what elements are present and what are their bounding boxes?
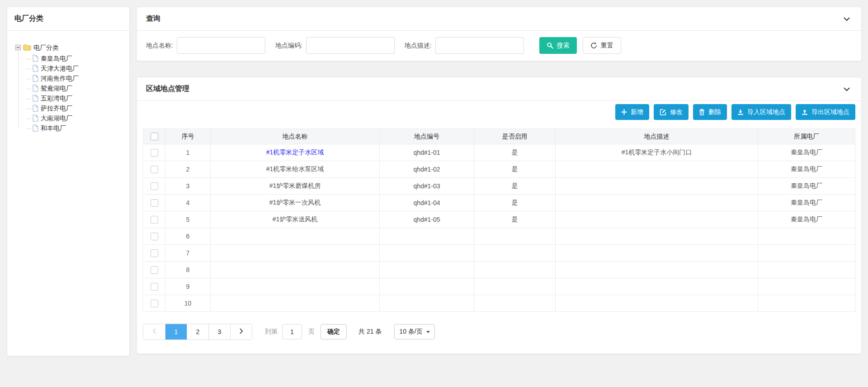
- file-icon: [33, 85, 38, 93]
- query-panel: 查询 地点名称: 地点编码: 地点描述:: [137, 7, 862, 61]
- query-collapse-button[interactable]: [841, 15, 852, 23]
- column-header: 地点名称: [211, 129, 380, 144]
- row-enabled: [474, 262, 556, 278]
- edit-icon: [660, 109, 666, 115]
- file-icon: [33, 115, 38, 123]
- row-checkbox[interactable]: [151, 149, 158, 157]
- tree-item-plant[interactable]: 和丰电厂: [26, 124, 125, 134]
- export-button[interactable]: 导出区域地点: [796, 104, 855, 120]
- row-name: #1炉零米一次风机: [211, 195, 380, 211]
- row-seq: 5: [165, 211, 211, 228]
- location-name-label: 地点名称:: [146, 42, 173, 50]
- query-header: 查询: [137, 7, 861, 31]
- caret-down-icon: [426, 331, 430, 333]
- upload-icon: [802, 109, 808, 115]
- row-code: qhd#1-01: [380, 144, 474, 161]
- row-plant: 秦皇岛电厂: [758, 178, 855, 195]
- row-name: [211, 245, 380, 262]
- pager-page-2[interactable]: 2: [187, 324, 208, 339]
- row-enabled: 是: [474, 195, 556, 211]
- chevron-down-icon: [843, 16, 850, 23]
- tree-item-plant[interactable]: 鸳鸯湖电厂: [26, 84, 125, 94]
- row-enabled: 是: [474, 144, 556, 161]
- chevron-down-icon: [843, 86, 850, 93]
- row-plant: [758, 262, 855, 278]
- confirm-button[interactable]: 确定: [321, 324, 347, 339]
- row-checkbox[interactable]: [151, 166, 158, 173]
- tree-item-plant[interactable]: 天津大港电厂: [26, 64, 125, 74]
- plus-icon: [621, 109, 627, 115]
- goto-page-prefix: 到第: [265, 328, 278, 336]
- row-name: #1机零米给水泵区域: [211, 161, 380, 178]
- table-header-row: 序号地点名称地点编号是否启用地点描述所属电厂: [143, 129, 855, 144]
- row-checkbox[interactable]: [151, 182, 158, 190]
- folder-icon: [23, 44, 31, 52]
- add-button[interactable]: 新增: [615, 104, 649, 120]
- minus-expander-icon[interactable]: [15, 44, 21, 52]
- tree-root-node[interactable]: 电厂分类: [15, 43, 125, 53]
- query-title: 查询: [146, 14, 160, 24]
- query-form: 地点名称: 地点编码: 地点描述: 搜索 重置: [137, 31, 861, 54]
- field-location-code: 地点编码:: [275, 37, 395, 54]
- row-desc: [556, 211, 758, 228]
- row-code: [380, 278, 474, 295]
- refresh-icon: [590, 42, 597, 49]
- goto-page-input[interactable]: [282, 324, 302, 339]
- edit-button[interactable]: 修改: [654, 104, 689, 120]
- tree-item-label: 秦皇岛电厂: [41, 55, 72, 63]
- pager-page-1[interactable]: 1: [165, 324, 187, 339]
- row-checkbox[interactable]: [151, 266, 158, 274]
- row-enabled: [474, 228, 556, 245]
- row-checkbox[interactable]: [151, 216, 158, 224]
- row-checkbox[interactable]: [151, 233, 158, 240]
- tree-item-plant[interactable]: 五彩湾电厂: [26, 94, 125, 104]
- column-header: 地点编号: [380, 129, 474, 144]
- row-plant: [758, 245, 855, 262]
- location-code-input[interactable]: [306, 37, 395, 54]
- tree-item-plant[interactable]: 大南湖电厂: [26, 114, 125, 124]
- row-name: [211, 262, 380, 278]
- row-desc: [556, 245, 758, 262]
- row-enabled: 是: [474, 178, 556, 195]
- management-header: 区域地点管理: [137, 77, 861, 101]
- import-button[interactable]: 导入区域地点: [731, 104, 791, 120]
- tree-item-plant[interactable]: 秦皇岛电厂: [26, 54, 125, 64]
- tree-item-label: 萨拉齐电厂: [41, 105, 72, 113]
- pager-prev-button[interactable]: [143, 324, 165, 339]
- row-plant: 秦皇岛电厂: [758, 211, 855, 228]
- row-code: qhd#1-05: [380, 211, 474, 228]
- row-checkbox[interactable]: [151, 249, 158, 257]
- file-icon: [33, 124, 38, 133]
- table-row: 8: [143, 262, 855, 278]
- delete-button[interactable]: 删除: [693, 104, 727, 120]
- location-name-link[interactable]: #1机零米定子水区域: [266, 148, 324, 156]
- page-size-select[interactable]: 10 条/页: [394, 324, 434, 339]
- row-checkbox-cell: [143, 211, 165, 228]
- sidebar-header: 电厂分类: [7, 7, 129, 31]
- location-name-input[interactable]: [177, 37, 265, 54]
- pager-next-button[interactable]: [230, 324, 252, 339]
- row-seq: 1: [165, 144, 211, 161]
- row-checkbox[interactable]: [151, 283, 158, 291]
- select-all-checkbox[interactable]: [151, 133, 158, 140]
- row-plant: [758, 295, 855, 312]
- row-name: [211, 295, 380, 312]
- location-desc-input[interactable]: [435, 37, 524, 54]
- download-icon: [737, 109, 744, 115]
- search-icon: [547, 42, 553, 49]
- pager-page-3[interactable]: 3: [208, 324, 230, 339]
- tree-item-label: 鸳鸯湖电厂: [41, 85, 72, 93]
- row-checkbox-cell: [143, 161, 165, 178]
- row-plant: 秦皇岛电厂: [758, 161, 855, 178]
- row-checkbox[interactable]: [151, 300, 158, 307]
- table-row: 2#1机零米给水泵区域qhd#1-02是秦皇岛电厂: [143, 161, 855, 178]
- tree-item-plant[interactable]: 萨拉齐电厂: [26, 104, 125, 114]
- search-button[interactable]: 搜索: [539, 37, 577, 54]
- row-checkbox[interactable]: [151, 199, 158, 207]
- management-collapse-button[interactable]: [841, 85, 852, 93]
- row-seq: 4: [165, 195, 211, 211]
- column-header: 是否启用: [474, 129, 556, 144]
- tree-item-plant[interactable]: 河南焦作电厂: [26, 74, 125, 84]
- reset-button[interactable]: 重置: [583, 37, 621, 54]
- chevron-right-icon: [239, 328, 243, 335]
